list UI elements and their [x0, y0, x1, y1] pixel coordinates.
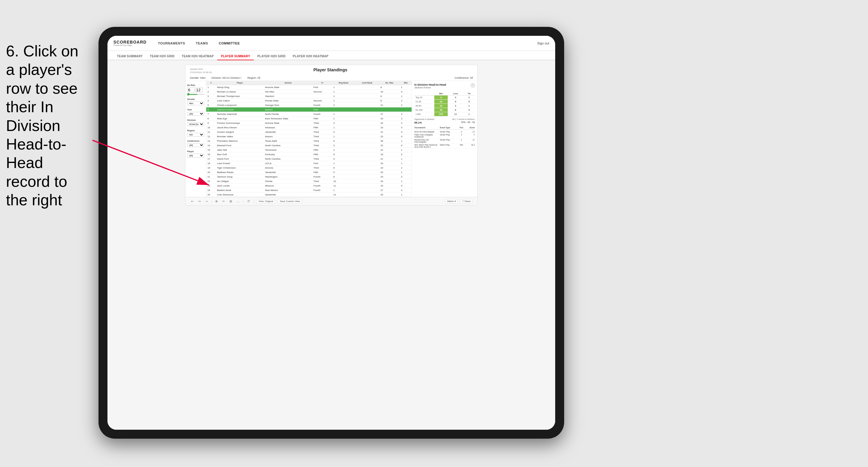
panel-title: Player Standings	[212, 67, 449, 72]
cell-player: Nicholas Gabrelcik	[216, 112, 264, 116]
conference-select[interactable]: (All)	[187, 143, 204, 147]
no-rds-from-input[interactable]	[187, 87, 195, 93]
h2h-loss: 11	[448, 112, 463, 116]
h2h-tie: 2	[463, 95, 475, 100]
table-row[interactable]: 9 Preston Summerhays Arizona State Third…	[206, 121, 412, 125]
tournament-row: Amer Ari Intercollegiate Stroke Play 4 -…	[414, 130, 475, 133]
cell-conf	[355, 116, 379, 121]
save-custom-button[interactable]: Save Custom View	[278, 199, 302, 204]
cell-reg: 1	[332, 112, 355, 116]
nav-committee[interactable]: COMMITTEE	[216, 40, 242, 46]
sign-out-button[interactable]: Sign out	[537, 41, 549, 45]
table-row[interactable]: 25 Cole Sherwood Vanderbilt 12 23 1	[206, 192, 412, 197]
cell-reg: 1	[332, 116, 355, 121]
cell-rds: 24	[379, 161, 400, 166]
region-select[interactable]: N/A	[187, 133, 204, 137]
redo-button[interactable]: ↪	[197, 199, 202, 204]
table-row[interactable]: 10 Jacob Mou-Olesen Arkansas Fifth 1 23 …	[206, 125, 412, 130]
gender-select[interactable]: Men	[187, 101, 204, 105]
tab-team-summary[interactable]: TEAM SUMMARY	[114, 53, 146, 60]
cell-win: 1	[400, 179, 412, 184]
h2h-close-button[interactable]: ✕	[471, 83, 475, 87]
cell-school: New Mexico	[264, 188, 312, 192]
more-button[interactable]: …	[236, 199, 241, 204]
table-row[interactable]: 18 Luke Powell UCLA First 1 24 1	[206, 161, 412, 166]
cell-yr: Fifth	[312, 152, 332, 157]
nav-tournaments[interactable]: TOURNAMENTS	[156, 40, 187, 46]
table-row[interactable]: 19 Tiger Christensen Arizona Third 8 23 …	[206, 166, 412, 170]
tab-player-h2h-heatmap[interactable]: PLAYER H2H HEATMAP	[289, 53, 332, 60]
tab-team-h2h-heatmap[interactable]: TEAM H2H HEATMAP	[178, 53, 217, 60]
cell-win: 0	[400, 125, 412, 130]
cell-player: Alex Goff	[216, 152, 264, 157]
cell-reg: 6	[332, 139, 355, 143]
cell-rds: 8	[379, 85, 400, 90]
cell-conf	[355, 166, 379, 170]
slider-bar[interactable]	[187, 94, 204, 95]
conference-section: Conference (All)	[187, 139, 204, 147]
table-row[interactable]: 15 Jake Hall Tennessee Fifth 2 22 1	[206, 148, 412, 152]
watch-button[interactable]: Watch ▾	[445, 199, 458, 204]
timer-button[interactable]: ⏱	[246, 199, 251, 204]
cell-player: Luke Claton	[216, 98, 264, 103]
tourn-pos: 2	[457, 134, 465, 138]
table-row[interactable]: 22 Ian Gilligan Florida Third 10 24 1	[206, 179, 412, 184]
table-row[interactable]: 5 Christo Lamprecht Georgia Tech Fourth …	[206, 103, 412, 107]
table-row[interactable]: 20 Matthew Riedel Vanderbilt Fifth 5 23 …	[206, 170, 412, 175]
add-button[interactable]: ⊕	[214, 199, 219, 204]
tab-player-h2h-grid[interactable]: PLAYER H2H GRID	[254, 53, 289, 60]
cell-yr: Fifth	[312, 125, 332, 130]
table-row[interactable]: 12 Brendan Valles Auburn Third 1 23 0	[206, 134, 412, 139]
no-rds-to-input[interactable]	[195, 87, 203, 93]
view-original-button[interactable]: View: Original	[256, 199, 275, 204]
cut-button[interactable]: ✂	[221, 199, 226, 204]
table-row[interactable]: 11 Gordon Sargent Vanderbilt Third 4 21 …	[206, 130, 412, 134]
year-select[interactable]: (All)	[187, 112, 204, 116]
table-row[interactable]: 2 Michael La Sasse Ole Miss Second 1 10 …	[206, 90, 412, 94]
undo-button[interactable]: ↩	[190, 199, 195, 204]
cell-player: Gordon Sargent	[216, 130, 264, 134]
table-row[interactable]: 1 Wenyi Ding Arizona State First 1 8 1	[206, 85, 412, 90]
tab-player-summary[interactable]: PLAYER SUMMARY	[217, 53, 254, 60]
bottom-toolbar: ↩ ↪ ⤻ ⊕ ✂ ⊞ … ⏱ View: Original Save Cust…	[185, 197, 477, 205]
nav-teams[interactable]: TEAMS	[193, 40, 211, 46]
cell-reg: 2	[332, 148, 355, 152]
table-row[interactable]: 6 Jackson Koivun Auburn First	[206, 107, 412, 112]
table-row[interactable]: 4 Luke Claton Florida State Second 1 8 2	[206, 98, 412, 103]
table-row[interactable]: 21 Taehoon Song Washington Fourth 6 23 2	[206, 175, 412, 179]
table-row[interactable]: 3 Michael Thorbjornsen Stanford 1 8 1	[206, 94, 412, 98]
cell-rds: 23	[379, 170, 400, 175]
table-row[interactable]: 24 Bastien Amat New Mexico Fourth 1 27 2	[206, 188, 412, 192]
table-row[interactable]: 14 Maxwell Ford North Carolina Third 3 2…	[206, 143, 412, 148]
player-select[interactable]: (All)	[187, 154, 204, 158]
table-row[interactable]: 16 Alex Goff Kentucky Fifth 8 19 0	[206, 152, 412, 157]
grid-button[interactable]: ⊞	[228, 199, 233, 204]
division-select[interactable]: NCAA Division I	[187, 122, 204, 126]
table-row[interactable]: 23 Jack Lundin Missouri Fourth 11 24 0	[206, 184, 412, 188]
tab-team-h2h-grid[interactable]: TEAM H2H GRID	[146, 53, 178, 60]
cell-win: 0	[400, 152, 412, 157]
refresh-button[interactable]: ⤻	[204, 199, 209, 204]
table-row[interactable]: 8 Mats Ege East Tennessee State Fifth 1 …	[206, 116, 412, 121]
h2h-loss: 6	[448, 108, 463, 112]
h2h-tie: 5	[463, 100, 475, 104]
h2h-rank: Top 10	[414, 95, 434, 100]
player-section: Player (All)	[187, 150, 204, 158]
share-button[interactable]: ⤴ Share	[460, 199, 473, 204]
cell-rds	[379, 107, 400, 112]
cell-win: 0	[400, 143, 412, 148]
table-row[interactable]: 7 Nicholas Gabrelcik North Florida Fourt…	[206, 112, 412, 116]
cell-reg: 5	[332, 170, 355, 175]
cell-yr: Third	[312, 134, 332, 139]
table-row[interactable]: 17 David Ford North Carolina Third 3 21 …	[206, 157, 412, 161]
cell-rds: 21	[379, 157, 400, 161]
cell-conf	[355, 112, 379, 116]
toolbar-separator-1	[211, 199, 212, 204]
cell-player: Jackson Koivun	[216, 107, 264, 112]
cell-player: Taehoon Song	[216, 175, 264, 179]
table-row[interactable]: 13 Phichaksn Maichon Texas A&M Third 6 3…	[206, 139, 412, 143]
tourn-name: SEC Match Play hosted by Jerry Pate Roun…	[414, 144, 439, 148]
cell-player: Michael La Sasse	[216, 90, 264, 94]
cell-reg: 10	[332, 179, 355, 184]
cell-player: Michael Thorbjornsen	[216, 94, 264, 98]
